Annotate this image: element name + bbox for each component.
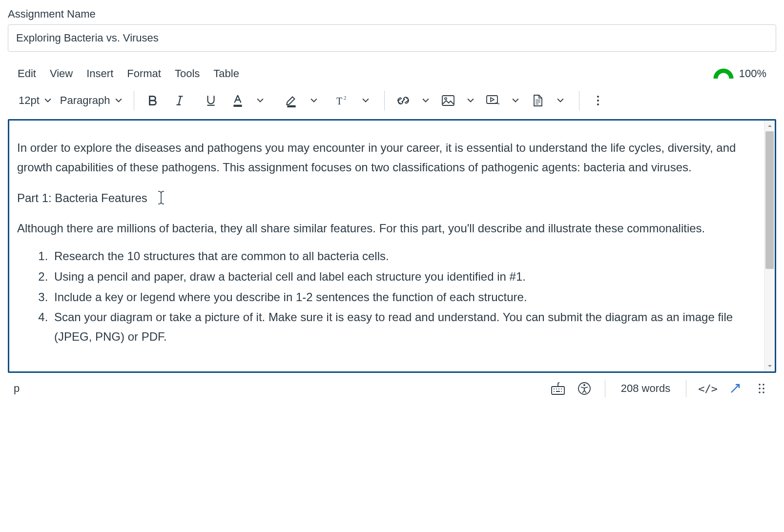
list-item[interactable]: Using a pencil and paper, draw a bacteri…	[51, 267, 756, 286]
svg-text:T: T	[336, 96, 342, 106]
menu-table[interactable]: Table	[213, 67, 239, 80]
menu-tools[interactable]: Tools	[175, 67, 200, 80]
list-item[interactable]: Research the 10 structures that are comm…	[51, 246, 756, 266]
accessibility-checker-button[interactable]	[576, 380, 593, 397]
html-view-button[interactable]: </>	[698, 380, 718, 397]
text-color-icon	[231, 94, 244, 107]
text-color-menu[interactable]	[250, 91, 270, 110]
svg-rect-17	[552, 387, 564, 394]
svg-rect-8	[442, 96, 454, 105]
fullscreen-button[interactable]	[726, 380, 744, 397]
underline-button[interactable]	[197, 91, 225, 110]
text-color-button[interactable]	[228, 91, 248, 110]
svg-point-19	[556, 389, 557, 389]
accessibility-score-gauge[interactable]: 100%	[713, 67, 766, 80]
image-menu[interactable]	[461, 91, 480, 110]
editor-menubar: Edit View Insert Format Tools Table 100%	[8, 65, 776, 82]
menu-insert[interactable]: Insert	[86, 67, 113, 80]
more-vertical-icon	[596, 95, 600, 106]
svg-point-16	[597, 103, 599, 105]
list-item[interactable]: Scan your diagram or take a picture of i…	[51, 307, 756, 346]
svg-point-30	[763, 388, 764, 389]
highlight-menu[interactable]	[304, 91, 324, 110]
media-menu[interactable]	[506, 91, 525, 110]
link-menu[interactable]	[416, 91, 435, 110]
chevron-down-icon	[115, 97, 122, 104]
svg-point-29	[759, 388, 761, 389]
svg-rect-10	[487, 96, 497, 103]
document-icon	[533, 95, 543, 106]
assignment-name-input[interactable]	[8, 24, 776, 52]
scrollbar-thumb[interactable]	[765, 131, 774, 269]
content-ordered-list[interactable]: Research the 10 structures that are comm…	[17, 246, 756, 346]
statusbar-separator	[686, 380, 686, 397]
element-path[interactable]: p	[14, 382, 540, 395]
editor-toolbar: 12pt Paragraph	[8, 82, 776, 119]
editor-statusbar: p 208 words </>	[8, 373, 776, 399]
highlight-button[interactable]	[282, 91, 301, 110]
document-menu[interactable]	[551, 91, 570, 110]
svg-point-27	[759, 384, 761, 386]
svg-point-26	[583, 384, 585, 386]
svg-rect-4	[233, 105, 242, 107]
svg-point-28	[763, 384, 764, 386]
menu-edit[interactable]: Edit	[18, 67, 36, 80]
list-item[interactable]: Include a key or legend where you descri…	[51, 287, 756, 307]
font-size-selector[interactable]: 12pt	[16, 91, 54, 110]
text-cursor-icon	[157, 190, 165, 211]
rich-content-editor: Edit View Insert Format Tools Table 100%…	[8, 65, 776, 399]
italic-icon	[173, 94, 186, 107]
highlight-icon	[285, 94, 298, 107]
svg-point-9	[445, 98, 447, 100]
superscript-button[interactable]: T 2	[332, 91, 353, 110]
svg-point-31	[759, 391, 761, 393]
more-toolbar-button[interactable]	[588, 91, 608, 110]
svg-point-18	[554, 389, 555, 389]
svg-rect-23	[556, 391, 560, 392]
toolbar-separator	[134, 91, 134, 110]
accessibility-icon	[578, 382, 591, 395]
assignment-name-label: Assignment Name	[8, 8, 776, 20]
svg-point-22	[554, 391, 555, 392]
svg-point-15	[597, 100, 599, 102]
menu-view[interactable]: View	[50, 67, 73, 80]
svg-point-21	[561, 389, 562, 389]
svg-point-32	[763, 391, 764, 393]
link-icon	[397, 94, 410, 107]
svg-line-2	[178, 96, 180, 104]
menu-format[interactable]: Format	[127, 67, 161, 80]
bold-button[interactable]	[143, 91, 163, 110]
content-paragraph[interactable]: Although there are millions of bacteria,…	[17, 219, 756, 238]
media-button[interactable]	[483, 91, 503, 110]
svg-text:2: 2	[344, 95, 347, 101]
resize-handle[interactable]	[753, 380, 770, 397]
content-paragraph[interactable]: In order to explore the diseases and pat…	[17, 138, 756, 177]
word-count[interactable]: 208 words	[617, 380, 675, 397]
keyboard-icon	[551, 382, 565, 395]
bold-icon	[146, 94, 159, 107]
link-button[interactable]	[393, 91, 413, 110]
toolbar-separator	[384, 91, 385, 110]
image-icon	[442, 95, 454, 106]
editor-content-area[interactable]: In order to explore the diseases and pat…	[9, 121, 764, 371]
chevron-down-icon	[44, 97, 51, 104]
accessibility-score-text: 100%	[739, 67, 766, 80]
image-button[interactable]	[438, 91, 458, 110]
svg-point-24	[561, 391, 562, 392]
content-heading[interactable]: Part 1: Bacteria Features	[17, 187, 756, 208]
svg-point-20	[558, 389, 559, 389]
svg-rect-5	[287, 105, 295, 107]
scroll-down-button[interactable]	[764, 361, 775, 371]
italic-button[interactable]	[165, 91, 194, 110]
superscript-icon: T 2	[335, 95, 350, 106]
expand-icon	[728, 382, 742, 395]
drag-handle-icon	[758, 383, 765, 394]
scrollbar-track[interactable]	[764, 131, 775, 361]
keyboard-shortcuts-button[interactable]	[549, 380, 567, 397]
document-button[interactable]	[528, 91, 548, 110]
scroll-up-button[interactable]	[764, 121, 775, 131]
vertical-scrollbar[interactable]	[764, 121, 775, 371]
block-format-selector[interactable]: Paragraph	[57, 91, 125, 110]
superscript-menu[interactable]	[356, 91, 375, 110]
editor-content-frame: In order to explore the diseases and pat…	[8, 119, 776, 373]
